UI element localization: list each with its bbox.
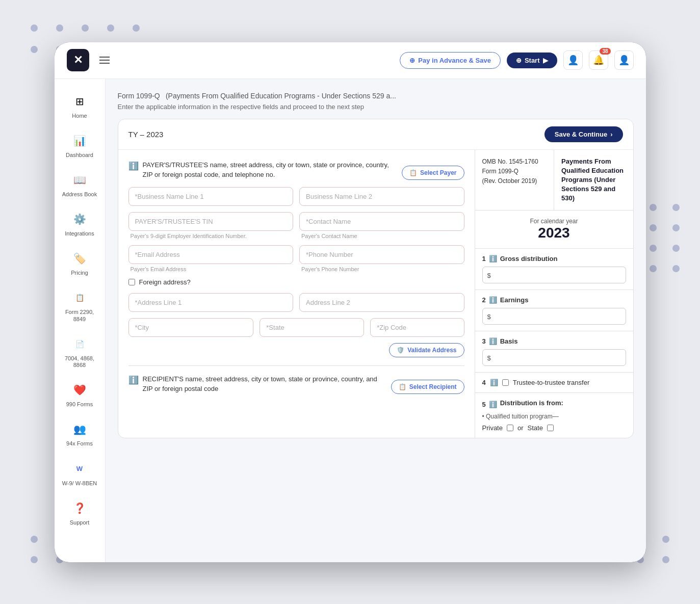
- state-checkbox[interactable]: [547, 425, 554, 431]
- form990-icon: ❤️: [70, 381, 89, 399]
- form94x-icon: 👥: [70, 420, 89, 438]
- foreign-address-checkbox[interactable]: [128, 279, 135, 285]
- private-checkbox[interactable]: [507, 425, 513, 431]
- email-phone-row: Payer's Email Address Payer's Phone Numb…: [128, 245, 464, 272]
- email-input[interactable]: [128, 245, 294, 264]
- address-book-small-icon: 📋: [409, 169, 417, 176]
- omh-header: OMB No. 1545-1760 Form 1099-Q (Rev. Octo…: [475, 150, 633, 211]
- user-circle-icon: 👤: [618, 55, 630, 66]
- phone-hint: Payer's Phone Number: [299, 266, 464, 272]
- business-name-1-input[interactable]: [128, 187, 294, 206]
- notifications-button[interactable]: 🔔 38: [589, 50, 608, 70]
- profile-button[interactable]: 👤: [614, 50, 634, 70]
- sidebar-item-home[interactable]: ⊞ Home: [58, 87, 101, 124]
- validate-address-button[interactable]: 🛡️ Validate Address: [389, 343, 464, 357]
- phone-field: Payer's Phone Number: [299, 245, 464, 272]
- validate-row: 🛡️ Validate Address: [128, 343, 464, 357]
- tin-input[interactable]: [128, 212, 294, 231]
- top-bar: ✕ ⊕ Pay in Advance & Save ⊕ Start ▶ 👤 🔔 …: [55, 42, 646, 79]
- formw9-icon: W: [70, 460, 89, 478]
- sidebar-item-form7004[interactable]: 📄 7004, 4868, 8868: [58, 330, 101, 374]
- form-left: ℹ️ PAYER'S/TRUSTEE'S name, street addres…: [118, 150, 475, 438]
- distribution-info-icon: ℹ️: [489, 401, 497, 408]
- state-select[interactable]: *State: [260, 318, 364, 337]
- foreign-address-label[interactable]: Foreign address?: [139, 278, 191, 286]
- gross-distribution-input[interactable]: [482, 267, 626, 283]
- dollar-sign-2: $: [487, 312, 491, 320]
- omh-left: OMB No. 1545-1760 Form 1099-Q (Rev. Octo…: [475, 150, 555, 211]
- state-field: *State: [260, 318, 364, 337]
- sidebar-item-form94x[interactable]: 👥 94x Forms: [58, 415, 101, 452]
- payer-info-icon: ℹ️: [128, 161, 139, 171]
- gross-info-icon: ℹ️: [489, 255, 497, 262]
- logo: ✕: [67, 49, 89, 71]
- sidebar: ⊞ Home 📊 Dashboard 📖 Address Book ⚙️ Int…: [55, 79, 106, 562]
- ty-label: TY – 2023: [128, 130, 164, 139]
- plus-circle-icon: ⊕: [409, 57, 415, 64]
- field-trustee-transfer: 4 ℹ️ Trustee-to-trustee transfer: [475, 373, 633, 393]
- contact-input[interactable]: [299, 212, 464, 231]
- basis-input[interactable]: [482, 349, 626, 366]
- city-input[interactable]: [128, 318, 254, 337]
- business-name-1-field: [128, 187, 294, 206]
- field-basis: 3 ℹ️ Basis $: [475, 331, 633, 373]
- address2-input[interactable]: [299, 293, 464, 312]
- sidebar-item-form990[interactable]: ❤️ 990 Forms: [58, 376, 101, 413]
- form-card: TY – 2023 Save & Continue › ℹ️ PAYER'S/T…: [118, 119, 634, 439]
- recipient-section-text: RECIPIENT'S name, street address, city o…: [143, 374, 387, 394]
- tin-contact-row: Payer's 9-digit Employer Identification …: [128, 212, 464, 239]
- pay-advance-button[interactable]: ⊕ Pay in Advance & Save: [400, 52, 501, 69]
- page-subtitle: Enter the applicable information in the …: [118, 103, 634, 111]
- tin-field: Payer's 9-digit Employer Identification …: [128, 212, 294, 239]
- field-earnings: 2 ℹ️ Earnings $: [475, 290, 633, 331]
- email-hint: Payer's Email Address: [128, 266, 294, 272]
- form2290-icon: 📋: [70, 288, 89, 307]
- save-continue-button[interactable]: Save & Continue ›: [545, 126, 623, 142]
- home-icon: ⊞: [70, 92, 89, 111]
- sidebar-item-formw9[interactable]: W W-9/ W-8BEN: [58, 455, 101, 492]
- foreign-address-row: Foreign address?: [128, 278, 464, 286]
- address-row: [128, 293, 464, 312]
- business-name-2-field: [299, 187, 464, 206]
- tin-hint: Payer's 9-digit Employer Identification …: [128, 233, 294, 239]
- hamburger-menu[interactable]: [99, 57, 110, 64]
- address1-input[interactable]: [128, 293, 294, 312]
- zip-field: [370, 318, 464, 337]
- sidebar-item-support[interactable]: ❓ Support: [58, 494, 101, 531]
- payer-section-header: ℹ️ PAYER'S/TRUSTEE'S name, street addres…: [128, 160, 464, 180]
- select-recipient-button[interactable]: 📋 Select Recipient: [391, 380, 464, 394]
- recipient-section-header: ℹ️ RECIPIENT'S name, street address, cit…: [128, 374, 464, 394]
- pricing-icon: 🏷️: [70, 249, 89, 268]
- notification-badge: 38: [600, 48, 610, 55]
- sidebar-item-pricing[interactable]: 🏷️ Pricing: [58, 244, 101, 281]
- contact-field: Payer's Contact Name: [299, 212, 464, 239]
- contacts-icon: 👤: [567, 55, 579, 66]
- business-name-2-input[interactable]: [299, 187, 464, 206]
- email-field: Payer's Email Address: [128, 245, 294, 272]
- sidebar-item-form2290[interactable]: 📋 Form 2290, 8849: [58, 283, 101, 327]
- contact-hint: Payer's Contact Name: [299, 233, 464, 239]
- address-book-icon: 📖: [70, 171, 89, 189]
- address1-field: [128, 293, 294, 312]
- zip-input[interactable]: [370, 318, 464, 337]
- earnings-input[interactable]: [482, 308, 626, 325]
- phone-input[interactable]: [299, 245, 464, 264]
- form-card-header: TY – 2023 Save & Continue ›: [118, 119, 633, 150]
- select-payer-button[interactable]: 📋 Select Payer: [402, 166, 464, 180]
- form7004-icon: 📄: [70, 335, 89, 353]
- form-right: OMB No. 1545-1760 Form 1099-Q (Rev. Octo…: [475, 150, 633, 438]
- contacts-button[interactable]: 👤: [563, 50, 583, 70]
- start-button[interactable]: ⊕ Start ▶: [507, 52, 557, 68]
- city-field: [128, 318, 254, 337]
- sidebar-item-address-book[interactable]: 📖 Address Book: [58, 166, 101, 203]
- page-title: Form 1099-Q (Payments From Qualified Edu…: [118, 89, 634, 101]
- address2-field: [299, 293, 464, 312]
- shield-icon: 🛡️: [397, 347, 404, 354]
- trustee-transfer-checkbox[interactable]: [502, 379, 509, 386]
- sidebar-item-dashboard[interactable]: 📊 Dashboard: [58, 126, 101, 164]
- form-body: ℹ️ PAYER'S/TRUSTEE'S name, street addres…: [118, 150, 633, 438]
- app-card: ✕ ⊕ Pay in Advance & Save ⊕ Start ▶ 👤 🔔 …: [55, 42, 646, 562]
- basis-info-icon: ℹ️: [489, 337, 497, 345]
- field-gross-distribution: 1 ℹ️ Gross distribution $: [475, 249, 633, 290]
- sidebar-item-integrations[interactable]: ⚙️ Integrations: [58, 205, 101, 242]
